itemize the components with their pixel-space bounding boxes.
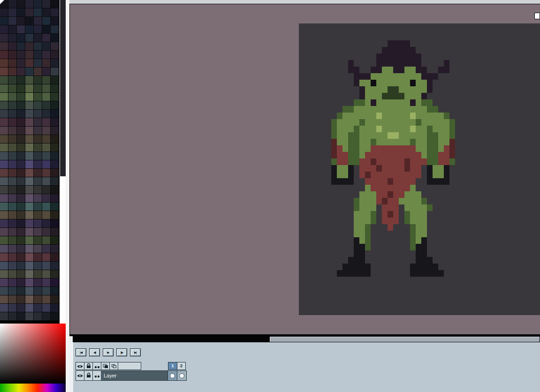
palette-swatch[interactable] [42,84,51,93]
palette-swatch[interactable] [42,8,51,17]
palette-swatch[interactable] [17,76,25,84]
palette-swatch[interactable] [0,17,8,25]
palette-swatch[interactable] [17,194,25,203]
palette-swatch[interactable] [42,177,51,186]
palette-swatch[interactable] [34,262,42,270]
palette-swatch[interactable] [0,279,8,287]
cel-frame-2[interactable] [177,370,187,381]
palette-swatch[interactable] [8,25,17,34]
palette-swatch[interactable] [17,135,25,143]
palette-swatch[interactable] [25,169,34,177]
palette-swatch[interactable] [34,194,42,203]
palette-swatch[interactable] [51,17,59,25]
palette-swatch[interactable] [0,135,8,143]
palette-swatch[interactable] [25,177,34,186]
scrollbar-corner-button[interactable] [534,13,540,19]
palette-swatch[interactable] [34,8,42,17]
palette-swatch[interactable] [17,143,25,152]
palette-swatch[interactable] [51,42,59,51]
palette-swatch[interactable] [51,262,59,270]
palette-swatch[interactable] [51,110,59,118]
palette-swatch[interactable] [34,76,42,84]
palette-swatch[interactable] [0,101,8,110]
palette-swatch[interactable] [34,93,42,101]
onionskin-button[interactable] [101,362,109,370]
palette-swatch[interactable] [51,118,59,127]
palette-swatch[interactable] [34,177,42,186]
palette-swatch[interactable] [51,186,59,194]
palette-swatch[interactable] [34,270,42,279]
palette-swatch[interactable] [0,34,8,42]
horizontal-scrollbar[interactable] [73,336,540,342]
palette-swatch[interactable] [51,194,59,203]
palette-swatch[interactable] [25,110,34,118]
palette-swatch[interactable] [51,177,59,186]
palette-swatch[interactable] [8,42,17,51]
palette-swatch[interactable] [17,25,25,34]
palette-swatch[interactable] [42,68,51,76]
palette-swatch[interactable] [42,236,51,245]
palette-swatch[interactable] [42,42,51,51]
palette-swatch[interactable] [51,287,59,295]
palette-swatch[interactable] [34,127,42,135]
palette-swatch[interactable] [51,59,59,68]
palette-swatch[interactable] [51,245,59,253]
palette-swatch[interactable] [17,304,25,312]
first-frame-button[interactable]: |◀ [76,348,86,356]
palette-swatch[interactable] [34,118,42,127]
palette-swatch[interactable] [17,279,25,287]
palette-swatch[interactable] [51,304,59,312]
palette-swatch[interactable] [34,34,42,42]
palette-swatch[interactable] [17,287,25,295]
palette-swatch[interactable] [8,312,17,321]
toggle-lock-all-button[interactable] [84,362,92,370]
palette-swatch[interactable] [42,245,51,253]
palette-swatch[interactable] [25,312,34,321]
palette-swatch[interactable] [8,177,17,186]
palette-swatch[interactable] [42,169,51,177]
palette-swatch[interactable] [25,295,34,304]
palette-swatch[interactable] [8,0,17,8]
frame-header-1[interactable]: 1 [168,362,177,370]
palette-swatch[interactable] [8,295,17,304]
palette-swatch[interactable] [51,270,59,279]
palette-swatch[interactable] [34,0,42,8]
palette-swatch[interactable] [0,25,8,34]
palette-swatch[interactable] [0,312,8,321]
palette-swatch[interactable] [17,110,25,118]
palette-swatch[interactable] [42,253,51,262]
palette-swatch[interactable] [0,186,8,194]
palette-swatch[interactable] [17,84,25,93]
palette-swatch[interactable] [0,84,8,93]
palette-swatch[interactable] [0,245,8,253]
palette-swatch[interactable] [51,152,59,160]
palette-swatch[interactable] [51,51,59,59]
palette-swatch[interactable] [51,101,59,110]
palette-swatch[interactable] [8,68,17,76]
palette-swatch[interactable] [0,93,8,101]
palette-swatch[interactable] [34,59,42,68]
palette-swatch[interactable] [8,228,17,236]
palette-swatch[interactable] [42,76,51,84]
palette-swatch[interactable] [8,236,17,245]
palette-swatch[interactable] [17,8,25,17]
palette-swatch[interactable] [0,8,8,17]
palette-swatch[interactable] [8,59,17,68]
palette-swatch[interactable] [42,211,51,219]
palette-swatch[interactable] [17,17,25,25]
palette-swatch[interactable] [17,59,25,68]
palette-swatch[interactable] [0,253,8,262]
palette-swatch[interactable] [8,84,17,93]
palette-swatch[interactable] [25,93,34,101]
palette-swatch[interactable] [51,127,59,135]
palette-swatch[interactable] [51,34,59,42]
palette-swatch[interactable] [42,101,51,110]
frame-header-2[interactable]: 2 [177,362,186,370]
palette-swatch[interactable] [51,8,59,17]
palette-swatch[interactable] [8,110,17,118]
palette-swatch[interactable] [34,211,42,219]
palette-swatch[interactable] [17,262,25,270]
palette-swatch[interactable] [0,51,8,59]
palette-swatch[interactable] [51,68,59,76]
palette-swatch[interactable] [42,160,51,169]
